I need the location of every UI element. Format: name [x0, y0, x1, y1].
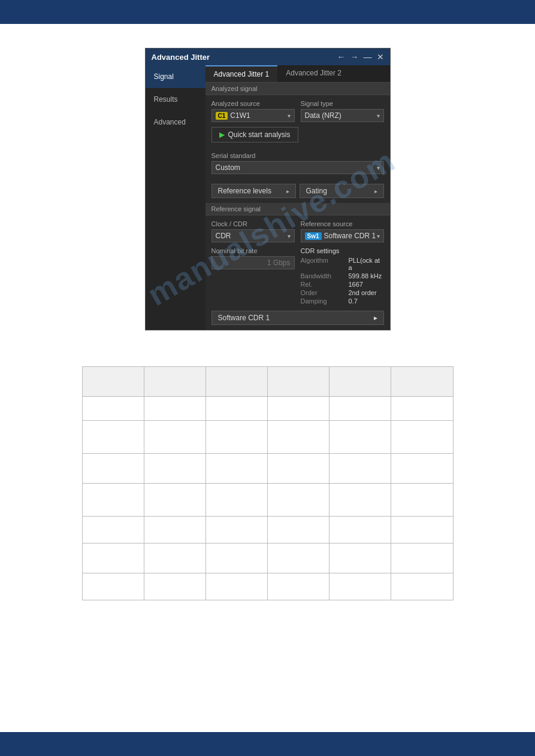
table-cell	[267, 484, 329, 517]
table-cell	[391, 484, 453, 517]
table-cell	[267, 573, 329, 600]
table-cell	[267, 454, 329, 484]
table-cell	[144, 484, 205, 517]
signal-type-value: Data (NRZ)	[305, 111, 341, 120]
cdr-settings: CDR settings Algorithm PLL(ock at a Band…	[301, 247, 384, 305]
table-cell	[205, 544, 267, 573]
dialog-tabs: Advanced Jitter 1 Advanced Jitter 2	[205, 65, 390, 83]
quick-start-button[interactable]: ▶ Quick start analysis	[211, 127, 298, 142]
reference-source-select[interactable]: Sw1Software CDR 1 ▾	[301, 229, 384, 242]
nominal-bit-rate-input[interactable]: 1 Gbps	[211, 256, 295, 269]
table-cell	[267, 367, 329, 397]
table-row	[82, 484, 453, 517]
table-cell	[205, 367, 267, 397]
signal-type-label: Signal type	[301, 100, 384, 107]
forward-icon[interactable]: →	[350, 52, 359, 62]
dialog-titlebar: Advanced Jitter ← → — ✕	[146, 48, 390, 65]
table-cell	[144, 517, 205, 544]
table-row	[82, 367, 453, 397]
reference-signal-section: Reference signal	[205, 203, 390, 215]
advanced-jitter-dialog: Advanced Jitter ← → — ✕ Signal Results A…	[145, 48, 391, 330]
serial-standard-select[interactable]: Custom ▾	[211, 161, 384, 174]
dialog-body: Signal Results Advanced Advanced Jitter …	[146, 65, 390, 330]
cdr-val-order: 2nd order	[349, 289, 384, 296]
table-cell	[144, 397, 205, 421]
signal-type-select[interactable]: Data (NRZ) ▾	[301, 109, 384, 122]
software-cdr-button[interactable]: Software CDR 1 ▸	[211, 311, 384, 325]
minimize-icon[interactable]: —	[364, 52, 372, 62]
table-cell	[205, 517, 267, 544]
serial-standard-value: Custom	[216, 163, 240, 172]
software-cdr-arrow: ▸	[374, 314, 377, 322]
table-cell	[330, 367, 391, 397]
reference-levels-label: Reference levels	[218, 187, 271, 195]
cdr-row-damping: Damping 0.7	[301, 297, 384, 305]
nominal-bit-rate-col: Nominal bit rate 1 Gbps	[211, 247, 295, 306]
reference-levels-arrow: ▸	[286, 188, 289, 195]
reference-source-col: Reference source Sw1Software CDR 1 ▾	[301, 220, 384, 242]
play-icon: ▶	[219, 130, 225, 139]
cdr-key-order: Order	[301, 289, 349, 296]
data-table	[82, 366, 454, 600]
table-cell	[82, 367, 144, 397]
reference-source-label: Reference source	[301, 220, 384, 227]
software-cdr-label: Software CDR 1	[218, 314, 270, 322]
table-cell	[391, 517, 453, 544]
gating-arrow: ▸	[374, 188, 377, 195]
table-cell	[82, 454, 144, 484]
table-cell	[82, 397, 144, 421]
dialog-sidebar: Signal Results Advanced	[146, 65, 205, 330]
table-cell	[205, 484, 267, 517]
clock-cdr-col: Clock / CDR CDR ▾	[211, 220, 295, 242]
analyzed-source-select[interactable]: C1C1W1 ▾	[211, 109, 295, 122]
cdr-settings-col: CDR settings Algorithm PLL(ock at a Band…	[301, 247, 384, 306]
analyzed-signal-section: Analyzed signal	[205, 83, 390, 95]
table-cell	[205, 421, 267, 454]
table-cell	[267, 421, 329, 454]
sw1-badge: Sw1	[305, 232, 322, 240]
serial-standard-section: Serial standard Custom ▾	[205, 152, 390, 184]
sidebar-item-results[interactable]: Results	[146, 88, 205, 111]
table-cell	[205, 397, 267, 421]
table-row	[82, 544, 453, 573]
serial-standard-arrow: ▾	[377, 165, 380, 171]
table-cell	[82, 517, 144, 544]
sidebar-item-advanced[interactable]: Advanced	[146, 111, 205, 133]
back-icon[interactable]: ←	[337, 52, 346, 62]
table-cell	[144, 454, 205, 484]
cdr-key-rel: Rel.	[301, 281, 349, 288]
dialog-main: Advanced Jitter 1 Advanced Jitter 2 Anal…	[205, 65, 390, 330]
tab-advanced-jitter-2[interactable]: Advanced Jitter 2	[277, 65, 350, 82]
cdr-val-damping: 0.7	[349, 297, 384, 305]
table-cell	[82, 544, 144, 573]
cdr-key-algorithm: Algorithm	[301, 257, 349, 271]
cdr-row-bandwidth: Bandwidth 599.88 kHz	[301, 272, 384, 280]
cdr-row-rel: Rel. 1667	[301, 281, 384, 288]
gating-button[interactable]: Gating ▸	[300, 184, 384, 198]
sidebar-item-signal[interactable]: Signal	[146, 65, 205, 88]
table-row	[82, 421, 453, 454]
clock-cdr-label: Clock / CDR	[211, 220, 295, 227]
cdr-val-bandwidth: 599.88 kHz	[349, 272, 384, 280]
analyzed-source-label: Analyzed source	[211, 100, 295, 107]
table-cell	[391, 544, 453, 573]
gating-label: Gating	[306, 187, 327, 195]
tab-advanced-jitter-1[interactable]: Advanced Jitter 1	[205, 65, 278, 82]
table-cell	[144, 421, 205, 454]
table-cell	[391, 367, 453, 397]
close-icon[interactable]: ✕	[377, 52, 384, 62]
clock-cdr-select[interactable]: CDR ▾	[211, 229, 295, 242]
table-cell	[391, 397, 453, 421]
table-cell	[82, 573, 144, 600]
reference-levels-button[interactable]: Reference levels ▸	[211, 184, 296, 198]
serial-standard-label: Serial standard	[211, 152, 384, 159]
cdr-val-rel: 1667	[349, 281, 384, 288]
ref-gating-row: Reference levels ▸ Gating ▸	[205, 184, 390, 203]
table-cell	[330, 544, 391, 573]
top-bar	[0, 0, 535, 24]
table-cell	[205, 573, 267, 600]
source-type-row: Analyzed source C1C1W1 ▾ Signal type Dat…	[211, 100, 384, 122]
table-cell	[330, 484, 391, 517]
clock-cdr-arrow: ▾	[288, 233, 291, 239]
clock-cdr-section: Clock / CDR CDR ▾ Reference source Sw1So…	[205, 215, 390, 330]
